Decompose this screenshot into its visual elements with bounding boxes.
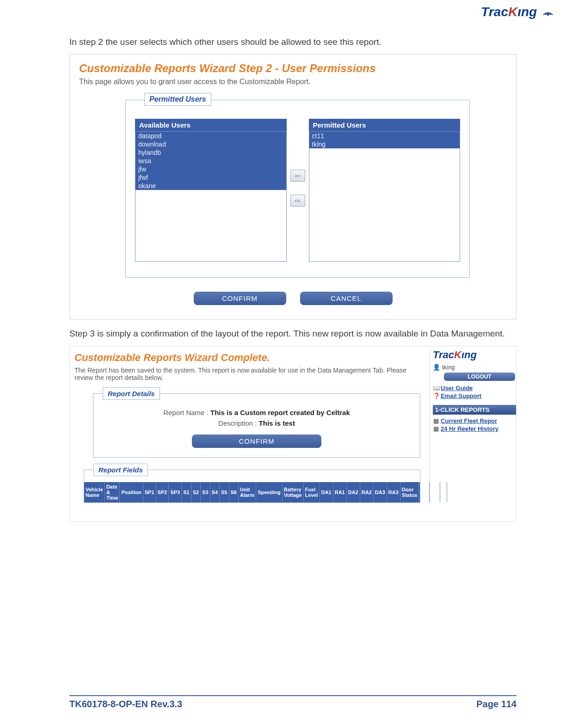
list-item[interactable]: download [135, 140, 286, 148]
report-icon: ▦ [433, 417, 439, 424]
report-name-label: Report Name : [163, 409, 209, 416]
field-col: Position [120, 482, 143, 502]
field-col: Unit Alarm [239, 482, 256, 502]
wizard-step2-desc: This page allows you to grant user acces… [79, 78, 507, 86]
field-col: S5 [220, 482, 229, 502]
field-col: S6 [229, 482, 239, 502]
list-item[interactable]: tking [309, 140, 460, 148]
field-col: Door Status [400, 482, 419, 502]
field-col: RA2 [360, 482, 374, 502]
logo-part-k: K [508, 5, 517, 19]
page-number: Page 114 [476, 699, 517, 710]
field-col: DA2 [347, 482, 360, 502]
report-fields-panel: Report Fields Vehicle Name Date & Time P… [84, 470, 420, 503]
report-icon: ▦ [433, 425, 439, 432]
report-fields-header-row: Vehicle Name Date & Time Position SP1 SP… [84, 482, 420, 502]
field-col: O 3 [440, 482, 448, 502]
list-item[interactable]: iwsa [135, 157, 286, 165]
logout-button[interactable]: LOGOUT [444, 373, 515, 381]
report-details-panel: Report Details Report Name : This is a C… [93, 393, 420, 458]
antenna-icon [541, 5, 554, 17]
field-col: OP 1 [419, 482, 430, 502]
logo-part-trac: Trac [481, 5, 508, 19]
field-col: OP 2 [430, 482, 440, 502]
report-desc-value: This is test [259, 419, 295, 427]
field-col: S2 [191, 482, 201, 502]
field-col: Date & Time [105, 482, 120, 502]
reefer-history-link[interactable]: ▦24 Hr Reefer History [433, 425, 516, 432]
list-item[interactable]: jfw [135, 165, 286, 173]
book-icon: 📖 [433, 385, 439, 392]
permitted-users-header: Permitted Users [309, 119, 461, 131]
available-users-list[interactable]: datapod download hylandb iwsa jfw jfwf o… [135, 131, 287, 262]
wizard-step2-screenshot: Customizable Reports Wizard Step 2 - Use… [69, 54, 517, 319]
intro-paragraph-step3: Step 3 is simply a confirmation of the l… [69, 329, 517, 339]
report-desc-label: Description : [218, 419, 257, 427]
list-item[interactable]: okane [135, 182, 286, 190]
help-icon: ❓ [433, 392, 439, 399]
field-col: Battery Voltage [283, 482, 304, 502]
cancel-button[interactable]: CANCEL [300, 292, 393, 305]
move-left-button[interactable]: << [290, 195, 305, 207]
user-guide-link[interactable]: 📖User Guide [433, 385, 516, 392]
permitted-users-list[interactable]: ct11 tking [309, 131, 461, 262]
field-col: S1 [182, 482, 191, 502]
list-item[interactable]: jfwf [135, 173, 286, 182]
svg-point-0 [547, 14, 549, 16]
current-user: tking [442, 364, 455, 371]
field-col: RA1 [333, 482, 347, 502]
wizard-complete-desc: The Report has been saved to the system.… [74, 367, 425, 381]
intro-paragraph-step2: In step 2 the user selects which other u… [69, 37, 517, 47]
field-col: Speeding [256, 482, 283, 502]
field-col: SP1 [143, 482, 156, 502]
wizard-complete-title: Customizable Reports Wizard Complete. [74, 352, 425, 364]
current-fleet-report-link[interactable]: ▦Current Fleet Repor [433, 417, 516, 424]
field-col: SP2 [156, 482, 169, 502]
report-details-legend: Report Details [103, 387, 160, 400]
list-item[interactable]: hylandb [135, 148, 286, 157]
confirm-button[interactable]: CONFIRM [194, 292, 286, 305]
field-col: DA3 [374, 482, 387, 502]
list-item[interactable]: ct11 [309, 132, 460, 140]
one-click-reports-header: 1-CLICK REPORTS [433, 405, 516, 415]
tracking-logo-small: TracKıng [433, 349, 516, 361]
doc-id: TK60178-8-OP-EN Rev.3.3 [69, 699, 182, 710]
permitted-users-panel: Permitted Users Available Users datapod … [125, 100, 470, 278]
permitted-users-legend: Permitted Users [144, 93, 211, 106]
tracking-logo: TracKıng [481, 5, 554, 19]
confirm-button-2[interactable]: CONFIRM [192, 434, 321, 448]
move-right-button[interactable]: >> [290, 170, 305, 182]
logo-part-ing: ıng [517, 5, 537, 19]
field-col: RA3 [387, 482, 400, 502]
report-name-value: This is a Custom report created by Celtr… [210, 409, 350, 416]
sidebar: TracKıng 👤tking LOGOUT 📖User Guide ❓Emai… [430, 349, 516, 503]
report-fields-legend: Report Fields [93, 464, 148, 476]
user-icon: 👤 [433, 364, 440, 371]
field-col: Vehicle Name [84, 482, 105, 502]
list-item[interactable]: datapod [135, 132, 286, 140]
available-users-header: Available Users [135, 119, 287, 131]
field-col: DA1 [320, 482, 333, 502]
field-col: SP3 [169, 482, 182, 502]
field-col: S3 [201, 482, 210, 502]
email-support-link[interactable]: ❓Email Support [433, 392, 516, 399]
field-col: Fuel Level [304, 482, 320, 502]
page-footer: TK60178-8-OP-EN Rev.3.3 Page 114 [69, 695, 517, 710]
field-col: S4 [210, 482, 220, 502]
wizard-complete-screenshot: Customizable Reports Wizard Complete. Th… [69, 346, 517, 522]
wizard-step2-title: Customizable Reports Wizard Step 2 - Use… [79, 62, 507, 75]
